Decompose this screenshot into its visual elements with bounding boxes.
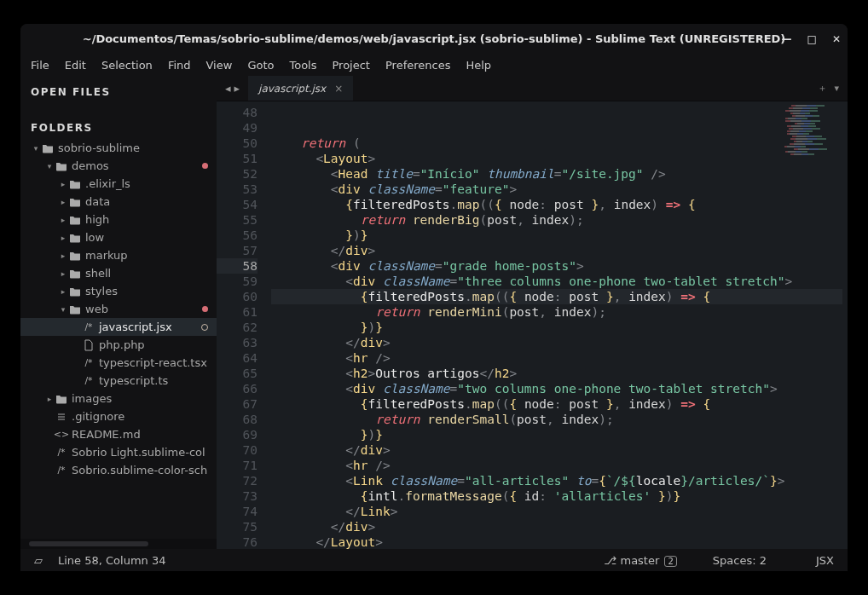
tree-item[interactable]: ▸.elixir_ls	[20, 175, 217, 193]
code-line[interactable]: return (	[271, 136, 842, 151]
syntax-mode[interactable]: JSX	[813, 554, 837, 567]
twisty-icon[interactable]: ▾	[44, 162, 55, 170]
menu-edit[interactable]: Edit	[65, 59, 86, 72]
tree-item[interactable]: /*javascript.jsx	[20, 318, 217, 336]
tree-item[interactable]: <>README.md	[20, 425, 217, 443]
code-line[interactable]: <Link className="all-articles" to={`/${l…	[271, 473, 842, 488]
git-branch[interactable]: ⎇ master 2	[600, 554, 680, 567]
twisty-icon[interactable]: ▸	[58, 269, 68, 278]
code-editor[interactable]: 4849505152535455565758596061626364656667…	[217, 101, 848, 549]
tree-label: typescript-react.tsx	[99, 356, 207, 369]
tree-item[interactable]: ▾web	[20, 300, 217, 318]
tree-label: javascript.jsx	[99, 321, 172, 333]
code-line[interactable]: })}	[271, 427, 842, 442]
tab-prev-icon[interactable]: ◂	[225, 82, 231, 95]
tab-label: javascript.jsx	[258, 83, 326, 95]
tab-next-icon[interactable]: ▸	[234, 82, 240, 95]
code-line[interactable]: return renderMini(post, index);	[271, 304, 842, 320]
twisty-icon[interactable]: ▸	[44, 395, 55, 403]
tree-item[interactable]: ▸images	[20, 390, 217, 407]
menu-selection[interactable]: Selection	[101, 59, 153, 72]
twisty-icon[interactable]: ▾	[58, 305, 68, 314]
code-line[interactable]: <Head title="Início" thumbnail="/site.jp…	[271, 166, 842, 182]
code-line[interactable]: })}	[271, 320, 842, 335]
code-line[interactable]: </Layout>	[271, 534, 842, 549]
tree-item[interactable]: ▾sobrio-sublime	[20, 139, 217, 157]
code-line[interactable]: {filteredPosts.map(({ node: post }, inde…	[271, 197, 842, 212]
code-line[interactable]: {filteredPosts.map(({ node: post }, inde…	[271, 396, 842, 412]
tree-item[interactable]: ▸shell	[20, 264, 217, 282]
tab-javascript-jsx[interactable]: javascript.jsx ×	[248, 76, 353, 101]
code-line[interactable]: <div className="two columns one-phone tw…	[271, 381, 842, 396]
menu-help[interactable]: Help	[466, 59, 491, 72]
close-button[interactable]: ✕	[832, 33, 841, 45]
minimap[interactable]	[784, 105, 844, 156]
twisty-icon[interactable]: ▸	[58, 180, 68, 188]
twisty-icon[interactable]: ▸	[58, 287, 68, 296]
line-number: 50	[217, 136, 258, 151]
code-line[interactable]: <div className="grade home-posts">	[271, 258, 842, 274]
menu-preferences[interactable]: Preferences	[385, 59, 450, 72]
folder-icon	[68, 286, 82, 297]
tree-item[interactable]: ▸markup	[20, 246, 217, 264]
tree-item[interactable]: ▾demos	[20, 157, 217, 175]
folder-icon	[55, 161, 68, 171]
tree-item[interactable]: /*Sobrio.sublime-color-sch	[20, 461, 217, 479]
twisty-icon[interactable]: ▸	[58, 198, 68, 206]
menu-tools[interactable]: Tools	[289, 59, 316, 72]
code-line[interactable]: {filteredPosts.map(({ node: post }, inde…	[271, 289, 842, 304]
code-line[interactable]: {intl.formatMessage({ id: 'allarticles' …	[271, 488, 842, 504]
tree-item[interactable]: ▸styles	[20, 282, 217, 300]
sidebar-scrollbar[interactable]	[20, 539, 217, 549]
twisty-icon[interactable]: ▸	[58, 234, 68, 242]
code-line[interactable]: <hr />	[271, 458, 842, 473]
tree-item[interactable]: /*typescript.ts	[20, 372, 217, 390]
folders-header: FOLDERS	[20, 103, 217, 139]
maximize-button[interactable]: □	[807, 33, 817, 45]
code-line[interactable]: <hr />	[271, 350, 842, 366]
tab-dropdown-icon[interactable]: ▾	[834, 83, 839, 94]
line-number: 66	[217, 381, 258, 396]
twisty-icon[interactable]: ▸	[58, 251, 68, 260]
code-line[interactable]: </div>	[271, 335, 842, 350]
indentation[interactable]: Spaces: 2	[709, 554, 770, 567]
code-line[interactable]: return renderSmall(post, index);	[271, 412, 842, 427]
md-icon: <>	[55, 429, 68, 440]
menu-goto[interactable]: Goto	[247, 59, 274, 72]
open-files-header: OPEN FILES	[20, 76, 217, 103]
code-line[interactable]: </div>	[271, 442, 842, 458]
app-window: ~/Documentos/Temas/sobrio-sublime/demos/…	[20, 24, 848, 571]
code-line[interactable]: <Layout>	[271, 151, 842, 166]
tree-item[interactable]: .gitignore	[20, 407, 217, 425]
line-number: 52	[217, 166, 258, 182]
menu-file[interactable]: File	[31, 59, 49, 72]
code-line[interactable]: })}	[271, 228, 842, 243]
tab-close-icon[interactable]: ×	[334, 83, 343, 95]
twisty-icon[interactable]: ▸	[58, 216, 68, 224]
code-line[interactable]: <div className="feature">	[271, 182, 842, 197]
line-number: 53	[217, 182, 258, 197]
cursor-position: Line 58, Column 34	[55, 554, 170, 567]
menu-view[interactable]: View	[206, 59, 233, 72]
code-line[interactable]: <div className="three columns one-phone …	[271, 274, 842, 289]
twisty-icon[interactable]: ▾	[31, 144, 41, 153]
code-line[interactable]: <h2>Outros artigos</h2>	[271, 366, 842, 381]
code-line[interactable]: return renderBig(post, index);	[271, 212, 842, 228]
code-line[interactable]: </Link>	[271, 504, 842, 519]
tree-item[interactable]: /*Sobrio Light.sublime-col	[20, 443, 217, 461]
file-icon	[82, 339, 95, 351]
line-number: 56	[217, 228, 258, 243]
code-content[interactable]: return ( <Layout> <Head title="Início" t…	[266, 101, 848, 549]
panel-toggle-icon[interactable]: ▱	[31, 554, 46, 567]
tree-item[interactable]: ▸high	[20, 211, 217, 228]
code-line[interactable]: </div>	[271, 519, 842, 534]
menu-project[interactable]: Project	[332, 59, 369, 72]
tree-item[interactable]: php.php	[20, 336, 217, 354]
menu-find[interactable]: Find	[168, 59, 191, 72]
code-line[interactable]: </div>	[271, 243, 842, 258]
new-tab-icon[interactable]: ＋	[818, 82, 827, 95]
tree-item[interactable]: ▸data	[20, 193, 217, 211]
tree-item[interactable]: ▸low	[20, 228, 217, 246]
tree-item[interactable]: /*typescript-react.tsx	[20, 354, 217, 372]
minimize-button[interactable]: —	[782, 33, 792, 45]
